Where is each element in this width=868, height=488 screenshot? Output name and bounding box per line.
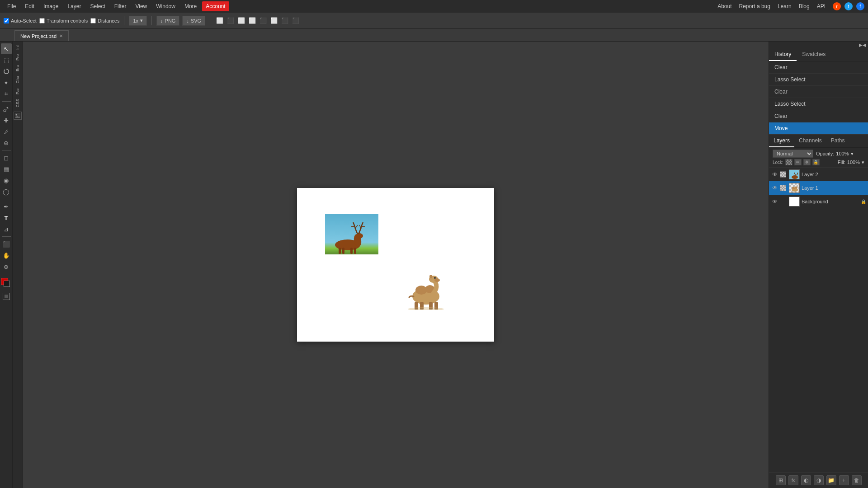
- brush-tool[interactable]: [1, 126, 12, 137]
- tab-history[interactable]: History: [769, 48, 797, 61]
- nav-report[interactable]: Report a bug: [739, 3, 770, 9]
- fill-dropdown-icon[interactable]: ▾: [862, 160, 864, 165]
- path-select-tool[interactable]: ⊿: [1, 224, 12, 235]
- nav-learn[interactable]: Learn: [778, 3, 792, 9]
- group-btn[interactable]: 📁: [826, 475, 836, 485]
- blur-tool[interactable]: ◉: [1, 175, 12, 186]
- adjustment-btn[interactable]: ◑: [814, 475, 824, 485]
- crop-tool[interactable]: ⌗: [1, 89, 12, 99]
- layer-row-layer1[interactable]: 👁 Layer 1: [769, 181, 868, 195]
- nav-about[interactable]: About: [717, 3, 731, 9]
- align-center-btn[interactable]: ⬛: [226, 16, 236, 26]
- tab-channels[interactable]: Channels: [794, 135, 826, 147]
- tab-paths[interactable]: Paths: [826, 135, 849, 147]
- sub-panel-css[interactable]: CSS: [14, 97, 21, 109]
- text-tool[interactable]: T: [1, 212, 12, 223]
- hand-tool[interactable]: ✋: [1, 250, 12, 261]
- sub-panel-pro[interactable]: Pro: [14, 52, 21, 62]
- layer-row-background[interactable]: 👁 Background 🔒: [769, 195, 868, 208]
- magic-wand-tool[interactable]: ✦: [1, 77, 12, 88]
- quick-mask-tool[interactable]: [1, 291, 12, 302]
- nav-blog[interactable]: Blog: [799, 3, 810, 9]
- history-item-0[interactable]: Clear: [769, 61, 868, 74]
- history-item-1[interactable]: Lasso Select: [769, 74, 868, 86]
- lock-move-btn[interactable]: ✥: [803, 159, 811, 165]
- eraser-tool[interactable]: ◻: [1, 152, 12, 163]
- tab-swatches[interactable]: Swatches: [797, 48, 831, 61]
- distribute-h-btn[interactable]: ⬛: [280, 16, 290, 26]
- png-export-btn[interactable]: ↓ PNG: [156, 16, 179, 26]
- layer-2-elk[interactable]: [325, 214, 378, 254]
- zoom-selector[interactable]: 1x ▾: [129, 16, 147, 26]
- menu-more[interactable]: More: [181, 1, 200, 11]
- layer-1-camel[interactable]: [401, 269, 452, 310]
- align-top-btn[interactable]: ⬜: [247, 16, 257, 26]
- layer-channel-2[interactable]: [779, 170, 787, 178]
- layer-row-layer2[interactable]: 👁 Layer 2: [769, 168, 868, 181]
- facebook-icon[interactable]: f: [856, 2, 864, 10]
- new-layer-btn[interactable]: +: [839, 475, 849, 485]
- sub-panel-par[interactable]: Par: [14, 86, 21, 96]
- distribute-v-btn[interactable]: ⬛: [291, 16, 301, 26]
- align-left-btn[interactable]: ⬜: [215, 16, 225, 26]
- menu-file[interactable]: File: [4, 1, 19, 11]
- auto-select-checkbox[interactable]: Auto-Select: [4, 18, 37, 23]
- opacity-value[interactable]: 100%: [836, 151, 849, 156]
- move-tool[interactable]: ↖: [1, 43, 12, 54]
- link-layers-btn[interactable]: ⊞: [776, 475, 786, 485]
- canvas[interactable]: [297, 188, 494, 342]
- layer-style-btn[interactable]: fx: [788, 475, 798, 485]
- menu-layer[interactable]: Layer: [64, 1, 85, 11]
- delete-layer-btn[interactable]: 🗑: [852, 475, 862, 485]
- lasso-tool[interactable]: [1, 66, 12, 77]
- menu-image[interactable]: Image: [40, 1, 62, 11]
- nav-api[interactable]: API: [817, 3, 826, 9]
- eyedropper-tool[interactable]: [1, 103, 12, 114]
- tab-layers[interactable]: Layers: [769, 135, 794, 147]
- layer-visibility-1[interactable]: 👁: [771, 184, 779, 192]
- svg-export-btn[interactable]: ↓ SVG: [182, 16, 205, 26]
- shape-tool[interactable]: ⬛: [1, 239, 12, 249]
- sub-panel-image-icon[interactable]: [14, 112, 22, 120]
- sub-panel-inf[interactable]: Inf: [14, 43, 21, 52]
- distances-checkbox[interactable]: Distances: [90, 18, 119, 23]
- right-panel-collapse-btn[interactable]: ▶◀: [859, 42, 866, 47]
- canvas-area[interactable]: [23, 42, 769, 488]
- transform-controls-checkbox[interactable]: Transform controls: [39, 18, 88, 23]
- zoom-tool[interactable]: ⊕: [1, 261, 12, 272]
- select-tool[interactable]: ⬚: [1, 55, 12, 66]
- background-color[interactable]: [4, 281, 10, 287]
- sub-panel-bru[interactable]: Bru: [14, 63, 21, 73]
- menu-view[interactable]: View: [132, 1, 151, 11]
- menu-edit[interactable]: Edit: [21, 1, 38, 11]
- lock-all-btn[interactable]: 🔒: [812, 159, 820, 165]
- gradient-tool[interactable]: ▦: [1, 164, 12, 174]
- menu-window[interactable]: Window: [152, 1, 179, 11]
- history-item-5[interactable]: Move: [769, 122, 868, 135]
- sub-panel-cha[interactable]: Cha: [14, 74, 21, 85]
- history-item-3[interactable]: Lasso Select: [769, 98, 868, 110]
- pen-tool[interactable]: ✒: [1, 201, 12, 212]
- mask-btn[interactable]: ◐: [801, 475, 811, 485]
- project-tab[interactable]: New Project.psd ✕: [14, 30, 69, 41]
- opacity-dropdown-icon[interactable]: ▾: [851, 151, 854, 157]
- menu-filter[interactable]: Filter: [111, 1, 130, 11]
- layer-channel-1[interactable]: [779, 184, 787, 192]
- history-item-2[interactable]: Clear: [769, 86, 868, 98]
- dodge-tool[interactable]: ◯: [1, 186, 12, 197]
- lock-transparent-btn[interactable]: [785, 159, 793, 165]
- twitter-icon[interactable]: t: [844, 2, 853, 10]
- menu-account[interactable]: Account: [202, 1, 229, 11]
- history-item-4[interactable]: Clear: [769, 110, 868, 122]
- lock-paint-btn[interactable]: ✏: [794, 159, 802, 165]
- tab-close-btn[interactable]: ✕: [59, 33, 63, 38]
- layer-visibility-bg[interactable]: 👁: [771, 197, 779, 206]
- menu-select[interactable]: Select: [86, 1, 108, 11]
- align-middle-btn[interactable]: ⬛: [258, 16, 268, 26]
- fill-value[interactable]: 100%: [847, 160, 860, 165]
- blend-mode-select[interactable]: Normal: [773, 150, 813, 158]
- align-bottom-btn[interactable]: ⬜: [269, 16, 279, 26]
- heal-tool[interactable]: ✚: [1, 115, 12, 126]
- clone-tool[interactable]: ⊕: [1, 137, 12, 148]
- reddit-icon[interactable]: r: [833, 2, 841, 10]
